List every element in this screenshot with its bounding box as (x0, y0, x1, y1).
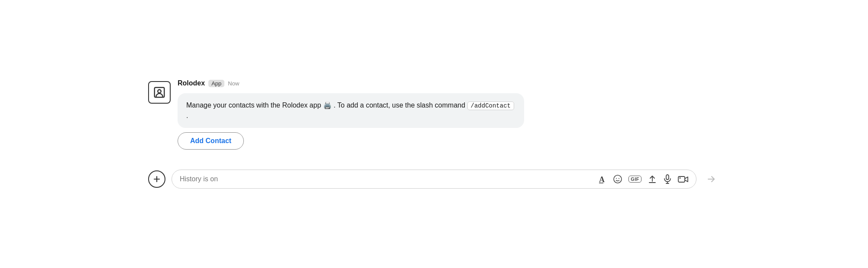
input-row: A GIF (148, 170, 720, 189)
timestamp: Now (228, 80, 239, 87)
svg-point-7 (616, 178, 617, 179)
svg-point-6 (614, 175, 622, 183)
slash-command: /addContact (467, 101, 514, 110)
app-badge: App (208, 80, 224, 87)
add-contact-button[interactable]: Add Contact (178, 132, 244, 150)
svg-text:A: A (599, 175, 605, 183)
chat-input[interactable] (180, 175, 593, 183)
message-bubble: Manage your contacts with the Rolodex ap… (178, 93, 524, 128)
svg-point-1 (158, 90, 161, 93)
send-button[interactable] (703, 170, 720, 188)
svg-point-8 (619, 178, 619, 179)
message-row: Rolodex App Now Manage your contacts wit… (148, 79, 720, 150)
add-action-button[interactable] (148, 170, 165, 188)
chat-container: Rolodex App Now Manage your contacts wit… (131, 71, 737, 197)
avatar (148, 81, 171, 104)
upload-icon[interactable] (648, 174, 657, 184)
message-text-part2: . To add a contact, use the slash comman… (334, 101, 467, 109)
format-text-icon[interactable]: A (598, 175, 607, 183)
input-wrapper: A GIF (172, 170, 696, 189)
toolbar-icons: A GIF (598, 174, 688, 184)
message-content: Rolodex App Now Manage your contacts wit… (178, 79, 720, 150)
sender-name: Rolodex (178, 79, 205, 87)
svg-rect-11 (666, 175, 669, 180)
gif-icon[interactable]: GIF (628, 176, 641, 183)
svg-rect-14 (678, 176, 685, 182)
gif-label: GIF (628, 176, 641, 183)
message-text-part3: . (186, 112, 188, 119)
rolodex-emoji: 🖨️ (323, 101, 332, 109)
microphone-icon[interactable] (663, 174, 672, 184)
emoji-icon[interactable] (613, 174, 622, 184)
message-text-part1: Manage your contacts with the Rolodex ap… (186, 101, 323, 109)
message-header: Rolodex App Now (178, 79, 720, 87)
video-call-icon[interactable] (678, 175, 688, 183)
